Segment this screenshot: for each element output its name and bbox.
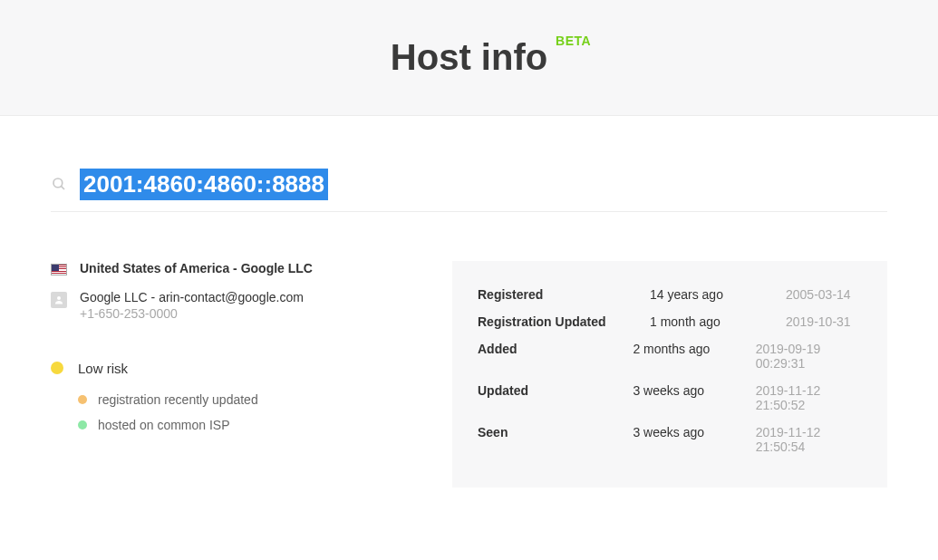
risk-item-text: hosted on common ISP: [98, 418, 230, 432]
risk-item: hosted on common ISP: [78, 418, 425, 432]
search-icon[interactable]: [51, 176, 67, 192]
metadata-panel: Registered 14 years ago 2005-03-14 Regis…: [452, 261, 887, 488]
meta-row-registration-updated: Registration Updated 1 month ago 2019-10…: [478, 308, 862, 335]
svg-point-2: [57, 296, 61, 300]
svg-point-0: [53, 179, 63, 188]
meta-date: 2019-10-31: [786, 314, 851, 329]
beta-badge: BETA: [556, 34, 591, 48]
meta-label: Registered: [478, 287, 650, 302]
meta-row-updated: Updated 3 weeks ago 2019-11-12 21:50:52: [478, 377, 862, 419]
risk-item-dot-icon: [78, 395, 87, 404]
meta-relative: 2 months ago: [633, 342, 755, 371]
meta-row-seen: Seen 3 weeks ago 2019-11-12 21:50:54: [478, 419, 862, 460]
meta-date: 2019-11-12 21:50:52: [756, 383, 862, 412]
meta-label: Seen: [478, 425, 633, 454]
meta-row-registered: Registered 14 years ago 2005-03-14: [478, 281, 862, 308]
location-org: United States of America - Google LLC: [80, 261, 313, 275]
meta-date: 2005-03-14: [786, 287, 851, 302]
flag-us-icon: [51, 263, 67, 275]
search-input[interactable]: 2001:4860:4860::8888: [80, 169, 328, 200]
search-row: 2001:4860:4860::8888: [51, 169, 887, 212]
meta-row-added: Added 2 months ago 2019-09-19 00:29:31: [478, 335, 862, 377]
meta-relative: 1 month ago: [650, 314, 786, 329]
contact-icon: [51, 292, 67, 304]
contact-line2: +1-650-253-0000: [80, 306, 304, 321]
page-header: Host info BETA: [0, 0, 938, 116]
risk-item: registration recently updated: [78, 392, 425, 407]
page-title: Host info: [391, 37, 547, 77]
meta-relative: 14 years ago: [650, 287, 786, 302]
svg-line-1: [61, 187, 64, 190]
meta-date: 2019-09-19 00:29:31: [756, 342, 862, 371]
risk-level: Low risk: [78, 361, 128, 376]
meta-label: Updated: [478, 383, 633, 412]
risk-item-text: registration recently updated: [98, 392, 258, 407]
risk-dot-icon: [51, 362, 63, 374]
meta-label: Registration Updated: [478, 314, 650, 329]
meta-relative: 3 weeks ago: [633, 425, 755, 454]
risk-item-dot-icon: [78, 420, 87, 430]
meta-relative: 3 weeks ago: [633, 383, 755, 412]
risk-section: Low risk registration recently updated h…: [51, 361, 425, 432]
contact-line1: Google LLC - arin-contact@google.com: [80, 290, 304, 304]
meta-date: 2019-11-12 21:50:54: [756, 425, 862, 454]
meta-label: Added: [478, 342, 633, 371]
host-summary: United States of America - Google LLC Go…: [51, 261, 425, 488]
